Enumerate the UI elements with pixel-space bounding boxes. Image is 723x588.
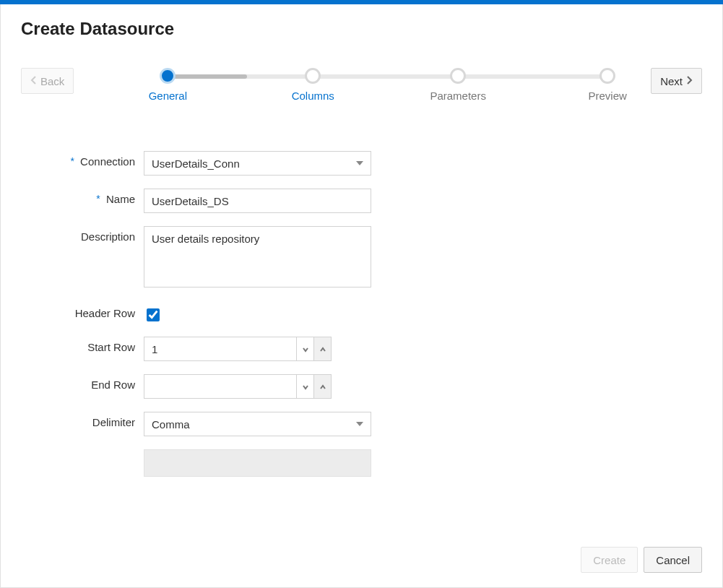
- chevron-up-icon: [319, 381, 326, 393]
- wizard-steps: General Columns Parameters Preview: [168, 68, 607, 111]
- row-delimiter: Delimiter Comma: [21, 412, 382, 436]
- step-columns[interactable]: Columns: [269, 68, 356, 102]
- description-textarea[interactable]: [144, 226, 371, 287]
- label-header-row: Header Row: [21, 303, 144, 319]
- create-button[interactable]: Create: [581, 547, 638, 573]
- chevron-down-icon: [302, 381, 309, 393]
- step-label: Parameters: [415, 90, 501, 102]
- label-connection: * Connection: [21, 151, 144, 168]
- chevron-up-icon: [319, 343, 326, 355]
- header-row-checkbox[interactable]: [147, 308, 160, 321]
- row-start-row: Start Row: [21, 337, 382, 361]
- label-text: Name: [106, 193, 135, 205]
- step-preview[interactable]: Preview: [564, 68, 651, 102]
- start-row-spinner: [144, 337, 332, 361]
- wizard-header: Back General Columns Parameters Preview: [21, 68, 702, 111]
- create-button-label: Create: [593, 554, 625, 566]
- row-disabled-extra: [21, 449, 382, 477]
- form-area: * Connection UserDetails_Conn * Name Des…: [21, 151, 382, 477]
- chevron-down-icon: [302, 343, 309, 355]
- start-row-up-button[interactable]: [313, 337, 331, 360]
- delimiter-select[interactable]: Comma: [144, 412, 371, 436]
- step-label: Preview: [564, 90, 651, 102]
- footer-buttons: Create Cancel: [581, 547, 702, 573]
- row-end-row: End Row: [21, 374, 382, 399]
- chevron-left-icon: [30, 75, 38, 87]
- label-name: * Name: [21, 189, 144, 205]
- label-start-row: Start Row: [21, 337, 144, 353]
- connection-value: UserDetails_Conn: [152, 157, 240, 170]
- end-row-spinner: [144, 374, 332, 399]
- name-input[interactable]: [144, 189, 371, 213]
- dialog-container: Create Datasource Back General Columns P…: [0, 4, 723, 588]
- end-row-down-button[interactable]: [296, 375, 313, 398]
- step-circle-icon: [599, 68, 615, 84]
- next-button[interactable]: Next: [651, 68, 702, 94]
- label-empty: [21, 449, 144, 454]
- end-row-input[interactable]: [144, 375, 296, 398]
- chevron-down-icon: [356, 161, 363, 165]
- required-mark: *: [96, 193, 100, 204]
- row-description: Description: [21, 226, 382, 290]
- chevron-down-icon: [356, 422, 363, 426]
- next-button-label: Next: [660, 75, 683, 87]
- step-circle-icon: [305, 68, 321, 84]
- start-row-input[interactable]: [144, 337, 296, 360]
- row-connection: * Connection UserDetails_Conn: [21, 151, 382, 176]
- disabled-field: [144, 449, 371, 477]
- start-row-down-button[interactable]: [296, 337, 313, 360]
- label-end-row: End Row: [21, 374, 144, 391]
- step-circle-icon: [160, 68, 176, 84]
- step-label: General: [124, 90, 211, 102]
- end-row-up-button[interactable]: [313, 375, 331, 398]
- chevron-right-icon: [685, 75, 693, 87]
- required-mark: *: [70, 155, 74, 167]
- connection-select[interactable]: UserDetails_Conn: [144, 151, 371, 176]
- step-parameters[interactable]: Parameters: [415, 68, 501, 102]
- step-general[interactable]: General: [124, 68, 211, 102]
- cancel-button[interactable]: Cancel: [644, 547, 702, 573]
- step-label: Columns: [269, 90, 356, 102]
- step-circle-icon: [450, 68, 466, 84]
- label-text: Connection: [80, 155, 135, 168]
- label-description: Description: [21, 226, 144, 243]
- page-title: Create Datasource: [21, 19, 702, 39]
- cancel-button-label: Cancel: [656, 554, 690, 566]
- back-button-label: Back: [40, 75, 64, 87]
- row-name: * Name: [21, 189, 382, 213]
- row-header-row: Header Row: [21, 303, 382, 324]
- back-button[interactable]: Back: [21, 68, 74, 94]
- delimiter-value: Comma: [152, 418, 190, 431]
- label-delimiter: Delimiter: [21, 412, 144, 428]
